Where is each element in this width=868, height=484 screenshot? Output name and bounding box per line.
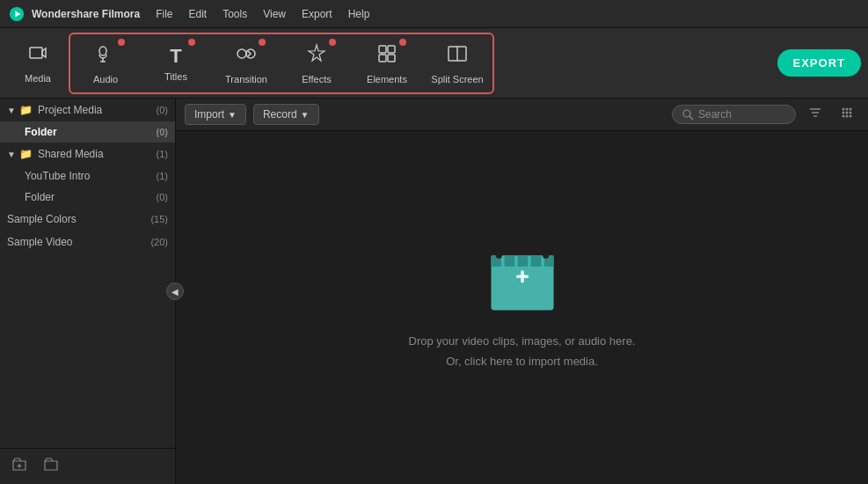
drop-text: Drop your video clips, images, or audio … <box>409 332 636 370</box>
menu-file[interactable]: File <box>156 8 172 20</box>
import-button[interactable]: Import ▼ <box>185 104 246 125</box>
content-area: ▼ 📁 Project Media (0) Folder (0) ▼ 📁 Sha… <box>0 99 868 484</box>
shared-folder-count: (0) <box>157 192 168 202</box>
sidebar: ▼ 📁 Project Media (0) Folder (0) ▼ 📁 Sha… <box>0 99 176 484</box>
shared-media-count: (1) <box>157 149 168 159</box>
record-label: Record <box>263 108 297 121</box>
menu-edit[interactable]: Edit <box>188 8 207 20</box>
split-screen-label: Split Screen <box>431 74 483 84</box>
drop-line1: Drop your video clips, images, or audio … <box>409 332 636 351</box>
search-icon <box>682 108 694 121</box>
svg-point-3 <box>99 47 106 55</box>
sidebar-folder-item[interactable]: Folder (0) <box>0 121 175 143</box>
svg-point-26 <box>850 115 852 118</box>
svg-line-17 <box>689 116 693 120</box>
shared-media-chevron: ▼ <box>7 150 16 159</box>
toolbar-elements[interactable]: Elements <box>352 32 422 95</box>
new-folder-icon[interactable] <box>42 456 60 477</box>
menu-bar: File Edit Tools View Export Help <box>156 8 369 20</box>
titles-icon: T <box>170 45 181 68</box>
audio-dot <box>118 39 125 46</box>
drop-line2: Or, click here to import media. <box>409 352 636 371</box>
project-media-folder-icon: 📁 <box>19 104 33 116</box>
menu-view[interactable]: View <box>263 8 286 20</box>
app-logo-icon <box>9 6 25 22</box>
effects-icon <box>305 42 328 70</box>
svg-point-22 <box>846 112 849 114</box>
svg-point-36 <box>495 253 501 259</box>
title-bar: Wondershare Filmora File Edit Tools View… <box>0 0 868 28</box>
sidebar-content: ▼ 📁 Project Media (0) Folder (0) ▼ 📁 Sha… <box>0 99 175 448</box>
export-button[interactable]: EXPORT <box>777 49 861 77</box>
svg-rect-11 <box>388 55 395 62</box>
svg-point-24 <box>842 115 845 118</box>
svg-rect-10 <box>379 55 386 62</box>
search-input[interactable] <box>698 108 786 121</box>
sidebar-project-media[interactable]: ▼ 📁 Project Media (0) <box>0 99 175 121</box>
youtube-intro-count: (1) <box>157 171 168 181</box>
search-box[interactable] <box>672 105 796 124</box>
grid-view-button[interactable] <box>835 104 859 125</box>
elements-icon <box>376 42 398 70</box>
svg-point-18 <box>842 108 845 111</box>
split-screen-icon <box>446 42 469 70</box>
panel-toolbar: Import ▼ Record ▼ <box>176 99 868 131</box>
project-media-chevron: ▼ <box>7 106 16 115</box>
toolbar-effects[interactable]: Effects <box>281 32 352 95</box>
filter-button[interactable] <box>803 104 828 125</box>
transition-label: Transition <box>225 74 267 84</box>
effects-dot <box>329 39 336 46</box>
sidebar-youtube-intro[interactable]: YouTube Intro (1) <box>0 165 175 187</box>
menu-help[interactable]: Help <box>348 8 370 20</box>
svg-rect-2 <box>30 48 42 58</box>
app-name: Wondershare Filmora <box>32 8 140 20</box>
toolbar-titles[interactable]: T Titles <box>141 32 211 95</box>
menu-tools[interactable]: Tools <box>222 8 247 20</box>
svg-point-20 <box>850 108 852 111</box>
drop-area[interactable]: Drop your video clips, images, or audio … <box>176 131 868 484</box>
folder-item-label: Folder <box>25 126 57 138</box>
sidebar-shared-folder[interactable]: Folder (0) <box>0 187 175 208</box>
svg-point-25 <box>846 115 849 118</box>
main-toolbar: Media Audio T T <box>0 28 868 99</box>
svg-point-6 <box>237 49 246 58</box>
sample-colors-count: (15) <box>150 214 168 224</box>
svg-point-21 <box>842 112 845 114</box>
svg-point-37 <box>543 253 549 259</box>
import-label: Import <box>194 108 224 121</box>
elements-dot <box>399 39 406 46</box>
sample-colors-label: Sample Colors <box>7 213 77 225</box>
sample-video-count: (20) <box>150 237 168 247</box>
svg-point-16 <box>683 110 690 117</box>
sidebar-collapse-arrow[interactable]: ◀ <box>166 282 184 300</box>
svg-rect-9 <box>388 46 395 53</box>
toolbar-items: Media Audio T T <box>7 28 494 98</box>
toolbar-transition[interactable]: Transition <box>211 32 281 95</box>
svg-rect-34 <box>530 256 541 267</box>
media-icon <box>27 43 48 70</box>
svg-rect-32 <box>504 256 514 267</box>
sidebar-shared-media[interactable]: ▼ 📁 Shared Media (1) <box>0 143 175 165</box>
clapperboard-icon <box>483 244 562 314</box>
record-chevron-icon: ▼ <box>301 110 310 120</box>
menu-export[interactable]: Export <box>302 8 332 20</box>
sidebar-footer <box>0 448 175 484</box>
toolbar-split-screen[interactable]: Split Screen <box>422 32 492 95</box>
transition-icon <box>235 42 258 70</box>
svg-rect-8 <box>379 46 386 53</box>
sidebar-sample-video[interactable]: Sample Video (20) <box>0 231 175 253</box>
audio-label: Audio <box>93 74 118 84</box>
toolbar-audio[interactable]: Audio <box>70 32 141 95</box>
svg-point-23 <box>850 112 852 114</box>
titles-label: Titles <box>164 71 187 82</box>
sidebar-sample-colors[interactable]: Sample Colors (15) <box>0 208 175 231</box>
folder-item-count: (0) <box>157 127 168 137</box>
record-button[interactable]: Record ▼ <box>253 104 319 125</box>
toolbar-media[interactable]: Media <box>7 32 69 95</box>
add-folder-icon[interactable] <box>11 456 28 477</box>
svg-rect-33 <box>517 256 528 267</box>
titles-dot <box>188 39 195 46</box>
project-media-label: Project Media <box>38 104 102 116</box>
svg-point-19 <box>846 108 849 111</box>
shared-media-label: Shared Media <box>38 148 104 160</box>
